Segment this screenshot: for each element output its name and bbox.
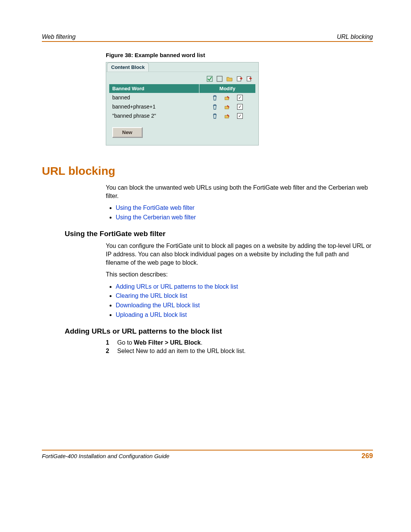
word-cell: banned xyxy=(109,94,199,101)
trash-icon[interactable] xyxy=(212,104,218,110)
edit-icon[interactable] xyxy=(225,104,230,110)
link-uploading-list[interactable]: Uploading a URL block list xyxy=(116,312,187,318)
tab-content-block[interactable]: Content Block xyxy=(107,62,149,72)
enable-checkbox[interactable]: ✓ xyxy=(237,113,243,119)
header-right: URL blocking xyxy=(337,34,373,40)
toolbar-uncheck-icon[interactable] xyxy=(217,76,223,82)
step-prefix: Select New to add an item to the URL blo… xyxy=(117,348,245,354)
trash-icon[interactable] xyxy=(212,95,218,101)
link-fortigate-filter[interactable]: Using the FortiGate web filter xyxy=(116,204,194,211)
page-footer: FortiGate-400 Installation and Configura… xyxy=(42,450,373,460)
sub1-describes: This section describes: xyxy=(106,270,373,279)
toolbar xyxy=(109,76,255,84)
link-cerberian-filter[interactable]: Using the Cerberian web filter xyxy=(116,214,196,220)
link-downloading-list[interactable]: Downloading the URL block list xyxy=(116,302,200,308)
toolbar-export-icon[interactable] xyxy=(236,76,242,82)
step-number: 1 xyxy=(106,339,117,346)
page-header: Web filtering URL blocking xyxy=(42,34,373,42)
word-cell: banned+phrase+1 xyxy=(109,104,199,110)
link-adding-urls[interactable]: Adding URLs or URL patterns to the block… xyxy=(116,283,238,290)
toolbar-check-icon[interactable] xyxy=(207,76,213,82)
column-banned-word: Banned Word xyxy=(109,84,199,93)
table-row: banned ✓ xyxy=(109,93,255,102)
step-1: 1 Go to Web Filter > URL Block. xyxy=(106,339,373,346)
step-number: 2 xyxy=(106,348,117,355)
footer-title: FortiGate-400 Installation and Configura… xyxy=(42,453,169,459)
step-suffix: . xyxy=(201,339,202,346)
header-left: Web filtering xyxy=(42,34,76,40)
step-bold: Web Filter > URL Block xyxy=(134,339,201,346)
step-prefix: Go to xyxy=(117,339,134,346)
toolbar-import-icon[interactable] xyxy=(246,76,252,82)
subsection-adding-urls: Adding URLs or URL patterns to the block… xyxy=(65,327,373,335)
trash-icon[interactable] xyxy=(212,113,218,119)
word-cell: "banned phrase 2" xyxy=(109,113,199,119)
figure-caption: Figure 38: Example banned word list xyxy=(106,52,373,58)
step-2: 2 Select New to add an item to the URL b… xyxy=(106,348,373,355)
edit-icon[interactable] xyxy=(225,113,230,119)
toolbar-folder-icon[interactable] xyxy=(226,76,233,82)
section-title: URL blocking xyxy=(42,165,373,177)
enable-checkbox[interactable]: ✓ xyxy=(237,104,243,110)
subsection-fortigate: Using the FortiGate web filter xyxy=(65,230,373,238)
table-row: banned+phrase+1 ✓ xyxy=(109,102,255,111)
intro-paragraph: You can block the unwanted web URLs usin… xyxy=(106,184,373,200)
sub1-paragraph: You can configure the FortiGate unit to … xyxy=(106,242,373,267)
column-modify: Modify xyxy=(199,84,255,93)
edit-icon[interactable] xyxy=(225,95,230,101)
new-button[interactable]: New xyxy=(112,127,142,137)
table-header: Banned Word Modify xyxy=(109,84,255,93)
figure-screenshot: Content Block xyxy=(106,62,373,145)
page-number: 269 xyxy=(362,452,373,460)
svg-rect-1 xyxy=(217,76,222,81)
table-row: "banned phrase 2" ✓ xyxy=(109,111,255,120)
link-clearing-list[interactable]: Clearing the URL block list xyxy=(116,292,187,299)
enable-checkbox[interactable]: ✓ xyxy=(237,95,243,101)
